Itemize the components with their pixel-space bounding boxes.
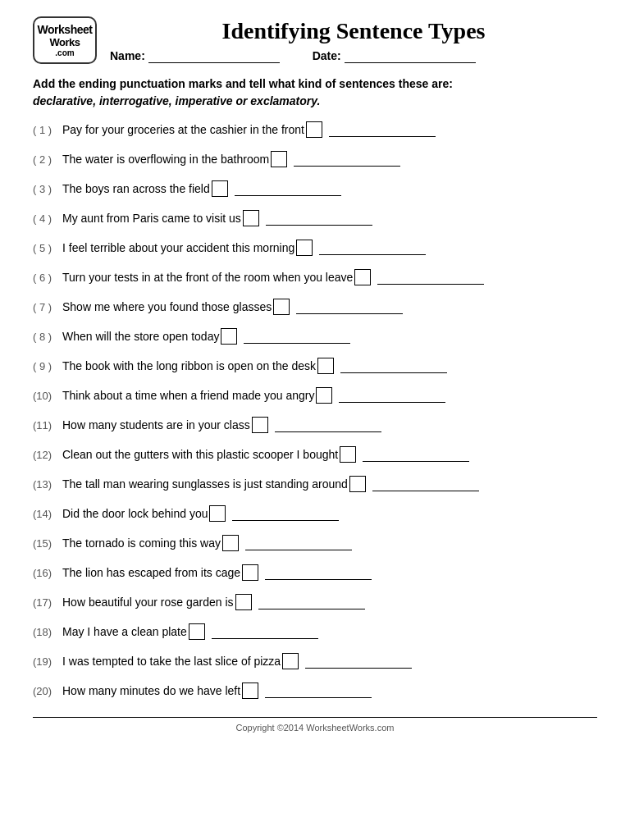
answer-line[interactable]	[296, 300, 403, 314]
sentence-text: My aunt from Paris came to visit us	[62, 212, 241, 225]
sentence-text: How beautiful your rose garden is	[62, 596, 234, 609]
item-number: (17)	[33, 596, 62, 609]
answer-line[interactable]	[294, 153, 400, 167]
item-number: ( 5 )	[33, 242, 62, 254]
name-input-line[interactable]	[148, 49, 280, 63]
answer-line[interactable]	[265, 684, 372, 698]
punctuation-box[interactable]	[349, 476, 366, 492]
punctuation-box[interactable]	[282, 653, 299, 669]
answer-line[interactable]	[244, 330, 350, 344]
punctuation-box[interactable]	[296, 240, 313, 256]
sentence-text: How many students are in your class	[62, 418, 250, 431]
item-number: ( 1 )	[33, 124, 62, 136]
item-number: ( 8 )	[33, 331, 62, 343]
copyright-text: Copyright ©2014 WorksheetWorks.com	[236, 723, 395, 733]
sentence-text: I was tempted to take the last slice of …	[62, 655, 281, 668]
sentence-item: (12)Clean out the gutters with this plas…	[33, 443, 597, 466]
punctuation-box[interactable]	[189, 623, 205, 640]
date-input-line[interactable]	[345, 49, 476, 63]
sentence-text: The lion has escaped from its cage	[62, 566, 240, 579]
item-number: (20)	[33, 685, 62, 697]
logo-line2: Works	[50, 36, 80, 48]
item-number: ( 3 )	[33, 183, 62, 195]
answer-line[interactable]	[212, 625, 318, 639]
sentence-text: May I have a clean plate	[62, 625, 187, 638]
answer-line[interactable]	[372, 477, 479, 491]
sentence-item: ( 1 )Pay for your groceries at the cashi…	[33, 118, 597, 141]
answer-line[interactable]	[377, 271, 484, 285]
punctuation-box[interactable]	[340, 446, 356, 463]
item-number: (11)	[33, 419, 62, 431]
sentence-text: When will the store open today	[62, 330, 219, 343]
sentence-item: (10)Think about a time when a friend mad…	[33, 384, 597, 407]
answer-line[interactable]	[340, 359, 447, 373]
name-date-row: Name: Date:	[110, 49, 597, 63]
punctuation-box[interactable]	[354, 269, 371, 285]
item-number: ( 6 )	[33, 272, 62, 284]
item-number: ( 7 )	[33, 301, 62, 313]
punctuation-box[interactable]	[242, 682, 258, 699]
answer-line[interactable]	[235, 182, 341, 196]
date-label: Date:	[313, 49, 341, 62]
punctuation-box[interactable]	[252, 417, 268, 433]
sentence-text: Turn your tests in at the front of the r…	[62, 271, 353, 284]
item-number: (19)	[33, 655, 62, 668]
punctuation-box[interactable]	[242, 564, 258, 581]
sentence-item: ( 5 )I feel terrible about your accident…	[33, 236, 597, 259]
sentence-text: Did the door lock behind you	[62, 507, 208, 520]
logo: Worksheet Works .com	[33, 16, 97, 64]
answer-line[interactable]	[266, 212, 372, 226]
sentence-item: ( 3 )The boys ran across the field	[33, 177, 597, 200]
answer-line[interactable]	[305, 655, 412, 669]
name-label: Name:	[110, 49, 145, 62]
sentence-text: Clean out the gutters with this plastic …	[62, 448, 338, 461]
sentence-text: The tall man wearing sunglasses is just …	[62, 477, 348, 491]
sentence-item: (14)Did the door lock behind you	[33, 502, 597, 525]
answer-line[interactable]	[265, 566, 372, 580]
punctuation-box[interactable]	[271, 151, 287, 167]
sentence-item: ( 2 )The water is overflowing in the bat…	[33, 148, 597, 171]
punctuation-box[interactable]	[306, 121, 322, 138]
punctuation-box[interactable]	[235, 594, 252, 610]
answer-line[interactable]	[245, 536, 352, 550]
item-number: (13)	[33, 478, 62, 491]
item-number: ( 9 )	[33, 360, 62, 372]
title-section: Identifying Sentence Types Name: Date:	[110, 18, 597, 63]
instruction-line1: Add the ending punctuation marks and tel…	[33, 77, 453, 90]
punctuation-box[interactable]	[212, 180, 228, 197]
page-title: Identifying Sentence Types	[110, 18, 597, 44]
sentence-item: ( 8 )When will the store open today	[33, 325, 597, 348]
punctuation-box[interactable]	[243, 210, 259, 226]
item-number: (15)	[33, 537, 62, 550]
punctuation-box[interactable]	[317, 358, 334, 374]
item-number: (10)	[33, 390, 62, 402]
sentence-text: I feel terrible about your accident this…	[62, 241, 294, 254]
answer-line[interactable]	[232, 507, 339, 521]
item-number: (16)	[33, 567, 62, 579]
punctuation-box[interactable]	[316, 387, 332, 404]
sentence-text: The book with the long ribbon is open on…	[62, 359, 316, 372]
punctuation-box[interactable]	[221, 328, 237, 345]
sentence-text: The boys ran across the field	[62, 182, 210, 195]
date-field: Date:	[313, 49, 476, 63]
answer-line[interactable]	[258, 596, 365, 609]
answer-line[interactable]	[329, 123, 436, 137]
sentence-item: ( 9 )The book with the long ribbon is op…	[33, 354, 597, 377]
logo-line3: .com	[55, 48, 74, 57]
footer: Copyright ©2014 WorksheetWorks.com	[33, 717, 597, 733]
sentence-item: (20)How many minutes do we have left	[33, 679, 597, 702]
punctuation-box[interactable]	[273, 299, 290, 315]
punctuation-box[interactable]	[209, 505, 226, 522]
sentence-item: (17)How beautiful your rose garden is	[33, 591, 597, 614]
sentence-text: Show me where you found those glasses	[62, 300, 272, 313]
item-number: (12)	[33, 449, 62, 461]
punctuation-box[interactable]	[222, 535, 239, 551]
instructions: Add the ending punctuation marks and tel…	[33, 75, 597, 110]
answer-line[interactable]	[339, 389, 445, 403]
answer-line[interactable]	[319, 241, 426, 255]
answer-line[interactable]	[275, 418, 381, 432]
answer-line[interactable]	[363, 448, 469, 462]
sentence-item: (15)The tornado is coming this way	[33, 532, 597, 555]
sentence-text: The tornado is coming this way	[62, 536, 221, 550]
sentence-text: How many minutes do we have left	[62, 684, 240, 697]
